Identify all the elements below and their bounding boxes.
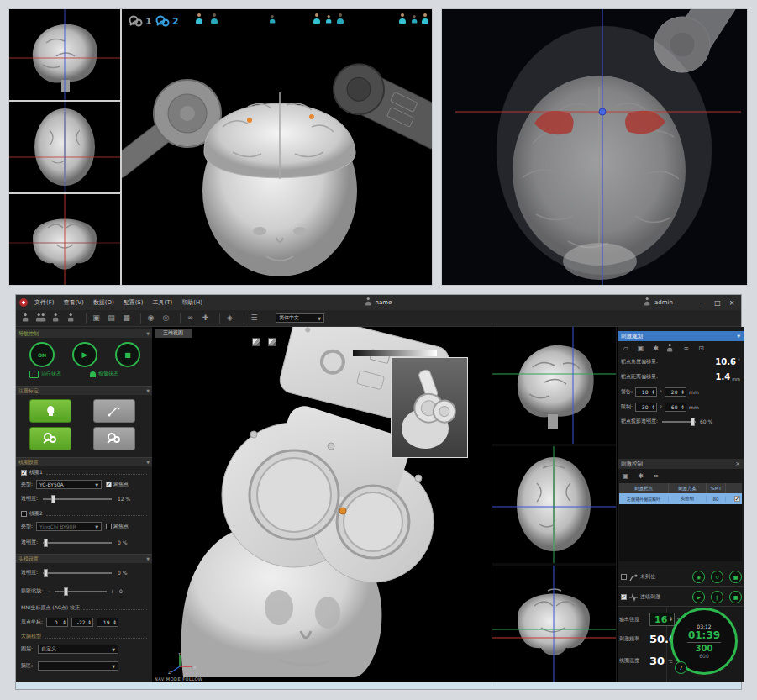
coil-icon[interactable]: ∞	[185, 313, 196, 324]
brain-transparency-panel[interactable]	[441, 8, 748, 286]
mri-sagittal-view[interactable]	[492, 327, 616, 444]
scale-slider[interactable]	[55, 591, 107, 592]
section-stimulation-plan[interactable]: 刺激规划 ▼	[618, 331, 744, 341]
start-button[interactable]: ▶	[72, 342, 97, 367]
nav-3d-view[interactable]: 1 2	[122, 9, 432, 285]
marker-person-icon[interactable]	[313, 13, 321, 24]
collapse-icon[interactable]: ▼	[146, 388, 150, 393]
logged-in-user[interactable]: admin	[654, 299, 673, 306]
language-select[interactable]: 简体中文 ▼	[276, 313, 324, 323]
section-nav-control[interactable]: 导航控制 ▼	[16, 329, 152, 338]
head-frame-icon[interactable]: ▤	[106, 313, 117, 324]
coil2-checkbox[interactable]	[21, 511, 27, 517]
slider-handle[interactable]	[691, 418, 695, 426]
maximize-button[interactable]: □	[712, 299, 723, 307]
coil1-calib-button[interactable]	[29, 427, 71, 450]
slider-handle[interactable]	[64, 587, 68, 596]
origin-y-spinbox[interactable]: -22▲▼	[71, 618, 93, 627]
marker-person-icon[interactable]	[337, 13, 344, 24]
stim-pause-button[interactable]: ‖	[711, 591, 723, 603]
coil2-calib-button[interactable]	[93, 427, 135, 450]
slider-handle[interactable]	[44, 569, 48, 577]
section-coil-settings[interactable]: 线圈设置 ▼	[16, 457, 152, 466]
coil1-opacity-slider[interactable]	[43, 498, 112, 500]
origin-z-spinbox[interactable]: 19▲▼	[97, 618, 118, 627]
collapse-icon[interactable]: ▼	[146, 331, 150, 336]
arm-stop-button[interactable]: ■	[729, 571, 742, 583]
close-button[interactable]: ×	[726, 299, 738, 307]
marker-person-icon[interactable]	[196, 13, 203, 24]
target-frame-icon[interactable]: ⊡	[697, 344, 706, 353]
brain-model-icon[interactable]: ◎	[160, 313, 171, 324]
collapse-icon[interactable]: ▼	[146, 460, 150, 465]
marker-person-icon[interactable]	[412, 15, 418, 24]
mri-sagittal-view[interactable]	[9, 9, 120, 102]
patient-delete-icon[interactable]	[66, 313, 77, 324]
limit-angle-spinbox[interactable]: 30▲▼	[635, 403, 657, 412]
continuous-checkbox[interactable]: ✓	[621, 594, 627, 600]
section-calibration[interactable]: 注册标定 ▼	[16, 386, 152, 395]
marker-person-icon[interactable]	[270, 15, 276, 24]
folder-icon[interactable]: ▱	[621, 344, 630, 353]
settings-icon[interactable]: ☰	[249, 313, 260, 324]
mri-coronal-view[interactable]	[9, 194, 120, 285]
patient-new-icon[interactable]	[21, 313, 32, 324]
menu-data[interactable]: 数据(D)	[93, 298, 114, 307]
projection-slider[interactable]	[662, 421, 696, 423]
coil2-focus-checkbox[interactable]	[106, 524, 112, 529]
warn-dist-spinbox[interactable]: 20▲▼	[665, 387, 686, 397]
power-on-button[interactable]: ON	[29, 342, 55, 367]
main-3d-view[interactable]: 三维视图	[153, 327, 492, 682]
head-cage-icon[interactable]: ▦	[121, 313, 132, 324]
coil-icon[interactable]: ∞	[651, 471, 660, 481]
menu-view[interactable]: 查看(V)	[64, 298, 84, 307]
region-select[interactable]: ▼	[38, 661, 118, 671]
stim-stop-button[interactable]: ■	[729, 591, 742, 603]
coil1-focus-checkbox[interactable]: ✓	[106, 482, 112, 487]
slider-handle[interactable]	[51, 495, 55, 503]
patient-list-icon[interactable]	[36, 313, 47, 324]
menu-file[interactable]: 文件(F)	[34, 298, 55, 307]
minus-button[interactable]: −	[47, 588, 51, 594]
coil-icon[interactable]: ∞	[681, 344, 691, 353]
close-icon[interactable]: ×	[735, 461, 740, 467]
probe-icon[interactable]: ✚	[200, 313, 211, 324]
marker-person-icon[interactable]	[422, 13, 429, 24]
save-icon[interactable]: ▣	[621, 471, 630, 481]
probe-tool-button[interactable]	[93, 399, 135, 423]
slider-handle[interactable]	[44, 539, 48, 547]
mri-axial-view[interactable]	[9, 102, 120, 194]
overview-inset[interactable]	[391, 357, 468, 458]
marker-person-icon[interactable]	[399, 13, 407, 24]
head-model-icon[interactable]: ◉	[145, 313, 156, 324]
auto-track-button[interactable]: ↻	[711, 571, 723, 583]
camera-icon[interactable]: ◈	[224, 313, 235, 324]
save-icon[interactable]: ▣	[636, 344, 645, 353]
person-icon[interactable]	[666, 344, 676, 353]
section-head-model[interactable]: 头模设置 ▼	[16, 554, 152, 563]
minimize-button[interactable]: −	[697, 299, 709, 307]
gear-icon[interactable]: ✱	[651, 344, 660, 353]
stop-button[interactable]: ■	[115, 342, 140, 367]
marker-person-icon[interactable]	[211, 13, 218, 24]
limit-dist-spinbox[interactable]: 60▲▼	[665, 403, 686, 412]
position-checkbox[interactable]	[621, 574, 627, 580]
section-stimulation-control[interactable]: 刺激控制 ×	[618, 459, 744, 469]
layer-select[interactable]: 自定义 ▼	[38, 645, 118, 654]
origin-x-spinbox[interactable]: 0▲▼	[46, 618, 68, 627]
patient-edit-icon[interactable]	[51, 313, 62, 324]
mri-coronal-view[interactable]	[492, 566, 616, 682]
mri-axial-view[interactable]	[492, 446, 616, 563]
coil1-type-select[interactable]: YC-BY50A ▼	[36, 480, 102, 489]
stim-play-button[interactable]: ▶	[692, 591, 705, 603]
gear-icon[interactable]: ✱	[636, 471, 645, 481]
registration-frame-icon[interactable]: ▣	[91, 313, 102, 324]
row-checkbox[interactable]: ✓	[734, 496, 740, 502]
plus-button[interactable]: +	[110, 588, 114, 594]
collapse-icon[interactable]: ▼	[146, 556, 150, 561]
target-table-body[interactable]	[619, 504, 742, 561]
coil1-checkbox[interactable]: ✓	[21, 470, 27, 476]
head-tracker-button[interactable]	[29, 399, 71, 423]
menu-tools[interactable]: 工具(T)	[153, 298, 173, 307]
head-opacity-slider[interactable]	[43, 572, 112, 574]
